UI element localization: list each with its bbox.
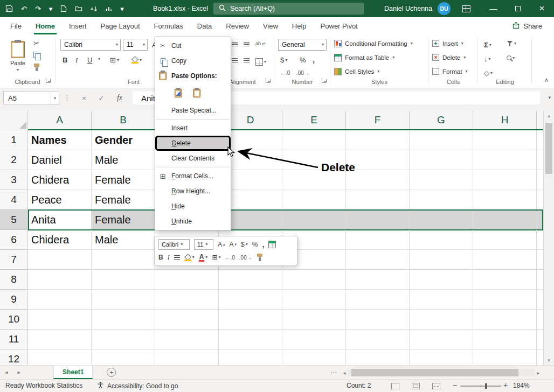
tab-file[interactable]: File (3, 17, 29, 34)
paste-button[interactable]: Paste ▾ (5, 38, 30, 75)
cell-h2[interactable] (473, 150, 537, 170)
horizontal-scroll-track[interactable] (348, 369, 535, 376)
merge-center-button[interactable]: ▾ (255, 58, 266, 66)
search-input[interactable]: Search (Alt+Q) (213, 3, 364, 15)
number-dialog-launcher[interactable] (322, 78, 327, 83)
zoom-in-button[interactable]: + (503, 381, 508, 389)
cell-g1[interactable] (410, 130, 473, 150)
cell-c11[interactable] (155, 330, 219, 349)
cell-g3[interactable] (410, 170, 473, 190)
cell-f12[interactable] (346, 349, 410, 365)
increase-indent-button[interactable] (244, 58, 250, 63)
cell-g5[interactable] (410, 210, 473, 230)
normal-view-button[interactable] (391, 383, 399, 389)
menu-item-insert[interactable]: Insert (155, 121, 231, 136)
cell-d12[interactable] (219, 349, 282, 365)
save-icon[interactable] (5, 5, 13, 12)
accessibility-status-button[interactable]: Accessibility: Good to go (97, 381, 178, 390)
wrap-text-button[interactable]: ab↵ (255, 41, 266, 46)
sheet-nav-right-arrow[interactable]: ▸ (13, 369, 26, 376)
mini-bold-button[interactable]: B (158, 254, 163, 261)
menu-item-row-height[interactable]: Row Height... (155, 184, 231, 199)
mini-grow-font-button[interactable]: A▴ (218, 241, 225, 248)
vertical-scroll-thumb[interactable] (545, 123, 552, 174)
user-name[interactable]: Daniel Uchenna (384, 5, 432, 12)
cell-c10[interactable] (155, 310, 219, 330)
mini-percent-button[interactable]: % (252, 241, 258, 248)
cell-a5[interactable]: Anita (28, 210, 92, 230)
fill-button[interactable]: ↓▾ (484, 55, 491, 63)
italic-button[interactable]: I (75, 56, 78, 65)
avatar[interactable]: DU (438, 2, 451, 15)
column-header-f[interactable]: F (346, 111, 410, 129)
menu-item-format-cells[interactable]: ⊞Format Cells... (155, 169, 231, 184)
cell-c9[interactable] (155, 290, 219, 310)
cell-g2[interactable] (410, 150, 473, 170)
align-left-button[interactable] (232, 42, 238, 47)
cell-b11[interactable] (92, 330, 155, 349)
mini-font-name-select[interactable]: Calibri▾ (158, 239, 190, 250)
tab-data[interactable]: Data (190, 17, 219, 34)
menu-item-paste-special[interactable]: Paste Special... (155, 103, 231, 118)
decrease-indent-button[interactable] (232, 58, 238, 63)
format-cells-button[interactable]: Format▾ (432, 68, 467, 75)
collapse-ribbon-button[interactable]: ∧ (544, 76, 549, 83)
cell-a3[interactable]: Chidera (28, 170, 92, 190)
menu-item-delete[interactable]: Delete (155, 136, 231, 151)
menu-item-hide[interactable]: Hide (155, 199, 231, 214)
cell-h4[interactable] (473, 190, 537, 210)
borders-button[interactable]: ⊞▾ (110, 56, 119, 64)
scroll-left-arrow[interactable]: ◂ (341, 370, 348, 376)
cell-c12[interactable] (155, 349, 219, 365)
row-header-7[interactable]: 7 (0, 250, 28, 270)
formula-bar-handle[interactable]: ⋮ (64, 94, 71, 102)
cell-a12[interactable] (28, 349, 92, 365)
zoom-percentage[interactable]: 184% (513, 382, 530, 389)
select-all-corner[interactable] (0, 111, 28, 130)
cell-h12[interactable] (473, 349, 537, 365)
cell-b1[interactable]: Gender (92, 130, 155, 150)
cell-f9[interactable] (346, 290, 410, 310)
mini-italic-button[interactable]: I (168, 254, 170, 262)
row-header-5[interactable]: 5 (0, 210, 28, 230)
cell-g7[interactable] (410, 250, 473, 270)
cell-b6[interactable]: Male (92, 230, 155, 250)
sort-az-icon[interactable]: A (91, 5, 98, 12)
open-folder-icon[interactable] (75, 5, 82, 12)
row-header-6[interactable]: 6 (0, 230, 28, 250)
cell-e8[interactable] (282, 270, 346, 290)
fill-color-button[interactable]: ▾ (131, 57, 142, 64)
find-select-button[interactable]: ▾ (507, 55, 515, 60)
horizontal-scroll-thumb[interactable] (351, 369, 518, 376)
expand-formula-bar-button[interactable]: ▾ (548, 95, 551, 100)
ribbon-display-options-icon[interactable] (462, 5, 470, 12)
scroll-up-arrow[interactable]: ▴ (544, 111, 554, 121)
cell-b9[interactable] (92, 290, 155, 310)
cell-h5[interactable] (473, 210, 537, 230)
menu-item-clear-contents[interactable]: Clear Contents (155, 151, 231, 166)
column-header-e[interactable]: E (282, 111, 346, 129)
tab-page-layout[interactable]: Page Layout (94, 17, 147, 34)
cell-g8[interactable] (410, 270, 473, 290)
clear-button[interactable]: ◇▾ (484, 69, 493, 77)
cell-f10[interactable] (346, 310, 410, 330)
cell-g12[interactable] (410, 349, 473, 365)
comma-style-button[interactable]: , (313, 55, 315, 64)
menu-item-copy[interactable]: Copy (155, 53, 231, 68)
row-header-3[interactable]: 3 (0, 170, 28, 190)
cell-b3[interactable]: Female (92, 170, 155, 190)
new-file-icon[interactable] (60, 5, 67, 12)
cell-b8[interactable] (92, 270, 155, 290)
new-sheet-button[interactable]: + (107, 368, 116, 377)
cell-c8[interactable] (155, 270, 219, 290)
cell-h9[interactable] (473, 290, 537, 310)
row-header-8[interactable]: 8 (0, 270, 28, 290)
column-header-b[interactable]: B (92, 111, 155, 129)
cell-f2[interactable] (346, 150, 410, 170)
share-button[interactable]: Share (512, 22, 542, 31)
bold-button[interactable]: B (63, 56, 67, 64)
row-header-9[interactable]: 9 (0, 290, 28, 310)
cell-a4[interactable]: Peace (28, 190, 92, 210)
cell-a2[interactable]: Daniel (28, 150, 92, 170)
paste-values-button[interactable] (190, 86, 204, 100)
